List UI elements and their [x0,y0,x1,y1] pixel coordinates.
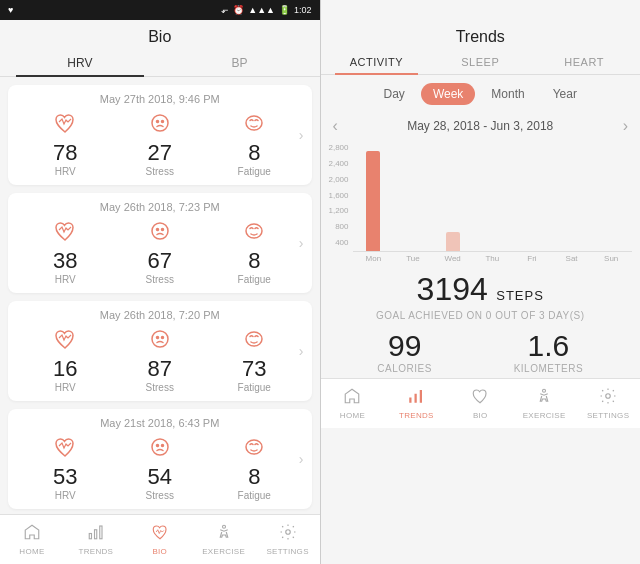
svg-rect-23 [420,390,422,403]
stress-icon-0 [113,111,208,140]
status-left: ♥ [8,5,13,15]
btn-week[interactable]: Week [421,83,475,105]
bio-value-fatigue-1: 8 [207,250,302,272]
btn-year[interactable]: Year [541,83,589,105]
bio-label-fatigue-2: Fatigue [207,382,302,393]
svg-point-4 [152,223,168,239]
trends-tabs: ACTIVITY SLEEP HEART [321,50,641,75]
bio-card-1-metrics: 38 HRV 67 Stress [18,219,302,285]
btn-month[interactable]: Month [479,83,536,105]
bio-card-3-date: May 21st 2018, 6:43 PM [18,417,302,429]
tab-hrv[interactable]: HRV [0,50,160,76]
y-label-2400: 2,400 [329,159,349,168]
card-arrow-1: › [299,235,304,251]
home-icon-bio [23,523,41,545]
bio-metric-fatigue-1: 8 Fatigue [207,219,302,285]
bio-card-0[interactable]: May 27th 2018, 9:46 PM 78 HRV [8,85,312,185]
bio-value-hrv-0: 78 [18,142,113,164]
bio-tabs: HRV BP [0,50,320,77]
bio-content: May 27th 2018, 9:46 PM 78 HRV [0,77,320,514]
nav-trends-bio[interactable]: TRENDS [64,523,128,556]
bio-card-2[interactable]: May 26th 2018, 7:20 PM 16 HRV [8,301,312,401]
fatigue-icon-0 [207,111,302,140]
bio-label-hrv-2: HRV [18,382,113,393]
bar-wrap-wed [434,146,472,251]
tab-bp[interactable]: BP [160,50,320,76]
nav-exercise-trends[interactable]: EXERCISE [512,387,576,420]
tab-heart[interactable]: HEART [532,50,636,74]
svg-point-20 [285,530,290,535]
trends-icon-trends [407,387,425,409]
bio-card-3-metrics: 53 HRV 54 Stress [18,435,302,501]
bio-label-stress-0: Stress [113,166,208,177]
exercise-label-trends: EXERCISE [523,411,566,420]
next-date-arrow[interactable]: › [623,117,628,135]
chart-y-labels: 400 800 1,200 1,600 2,000 2,400 2,800 [329,143,349,263]
bio-metric-stress-1: 67 Stress [113,219,208,285]
nav-home-bio[interactable]: HOME [0,523,64,556]
svg-point-6 [161,229,163,231]
prev-date-arrow[interactable]: ‹ [333,117,338,135]
bar-wrap-tue [394,146,432,251]
nav-settings-bio[interactable]: SETTINGS [256,523,320,556]
bio-value-hrv-2: 16 [18,358,113,380]
bio-metric-hrv-0: 78 HRV [18,111,113,177]
card-arrow-0: › [299,127,304,143]
km-label: KILOMETERS [514,363,583,374]
nav-home-trends[interactable]: HOME [321,387,385,420]
nav-exercise-bio[interactable]: EXERCISE [192,523,256,556]
bio-card-2-metrics: 16 HRV 87 Stress [18,327,302,393]
bio-value-stress-0: 27 [113,142,208,164]
svg-point-14 [161,445,163,447]
y-label-400: 400 [329,238,349,247]
bio-metric-fatigue-2: 73 Fatigue [207,327,302,393]
chart-area: 400 800 1,200 1,600 2,000 2,400 2,800 [329,143,633,263]
status-bar-left: ♥ ⬐ ⏰ ▲▲▲ 🔋 1:02 [0,0,320,20]
stress-icon-3 [113,435,208,464]
trends-icon-bio [87,523,105,545]
nav-bio-trends[interactable]: BIO [448,387,512,420]
nav-bio-bio[interactable]: BIO [128,523,192,556]
bio-card-1[interactable]: May 26th 2018, 7:23 PM 38 HRV [8,193,312,293]
card-arrow-3: › [299,451,304,467]
y-label-2800: 2,800 [329,143,349,152]
svg-point-15 [246,440,262,454]
calories-value: 99 [377,329,432,363]
steps-stats: 3194 STEPS GOAL ACHIEVED ON 0 OUT OF 3 D… [321,263,641,325]
tab-activity[interactable]: ACTIVITY [325,50,429,74]
kilometers-stat: 1.6 KILOMETERS [514,329,583,374]
bio-card-3[interactable]: May 21st 2018, 6:43 PM 53 HRV [8,409,312,509]
steps-label: STEPS [496,288,544,303]
bio-label-hrv-3: HRV [18,490,113,501]
x-label-wed: Wed [434,254,472,263]
x-label-fri: Fri [513,254,551,263]
x-label-sun: Sun [592,254,630,263]
signal-icon: ▲▲▲ [248,5,275,15]
tab-sleep[interactable]: SLEEP [428,50,532,74]
x-label-thu: Thu [473,254,511,263]
bio-metric-stress-0: 27 Stress [113,111,208,177]
bio-label-stress-1: Stress [113,274,208,285]
date-range-label: May 28, 2018 - Jun 3, 2018 [407,119,553,133]
nav-trends-trends[interactable]: TRENDS [384,387,448,420]
x-label-sat: Sat [553,254,591,263]
fatigue-icon-1 [207,219,302,248]
nav-settings-trends[interactable]: SETTINGS [576,387,640,420]
battery-icon: 🔋 [279,5,290,15]
settings-label-bio: SETTINGS [266,547,308,556]
bio-panel: ♥ ⬐ ⏰ ▲▲▲ 🔋 1:02 Bio HRV BP May 27th 201… [0,0,320,564]
bio-value-hrv-3: 53 [18,466,113,488]
calories-label: CALORIES [377,363,432,374]
bio-label-hrv-0: HRV [18,166,113,177]
btn-day[interactable]: Day [372,83,417,105]
bluetooth-icon: ⬐ [221,5,229,15]
bio-label-fatigue-3: Fatigue [207,490,302,501]
bio-metric-stress-3: 54 Stress [113,435,208,501]
chart-x-labels: Mon Tue Wed Thu Fri Sat Sun [353,252,632,263]
bio-value-stress-3: 54 [113,466,208,488]
bio-label-stress-2: Stress [113,382,208,393]
bio-value-fatigue-2: 73 [207,358,302,380]
stress-icon-1 [113,219,208,248]
bio-value-hrv-1: 38 [18,250,113,272]
bio-value-stress-1: 67 [113,250,208,272]
